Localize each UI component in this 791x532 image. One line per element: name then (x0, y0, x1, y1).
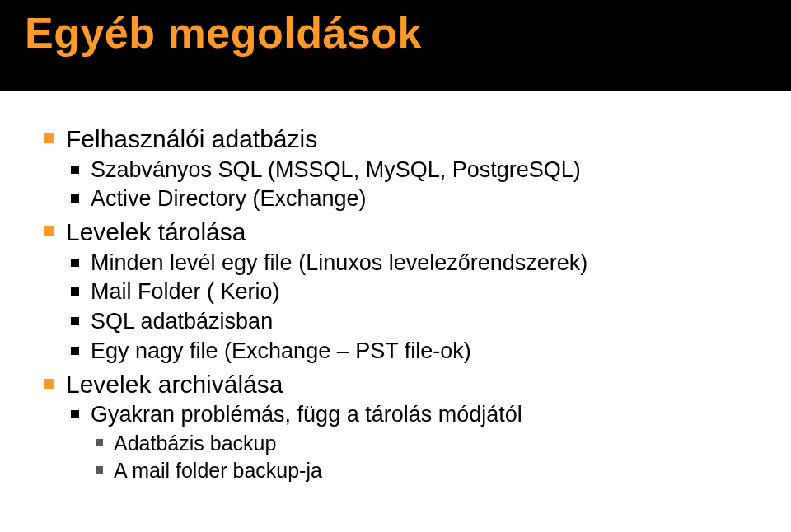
list-item-label: Minden levél egy file (Linuxos levelezőr… (91, 250, 587, 275)
list-item-label: A mail folder backup-ja (114, 459, 322, 482)
bullet-list-level3: Adatbázis backup A mail folder backup-ja (91, 431, 758, 484)
list-item-label: SQL adatbázisban (91, 309, 273, 334)
list-item: SQL adatbázisban (66, 308, 758, 336)
list-item: Active Directory (Exchange) (66, 185, 758, 213)
bullet-list-level2: Gyakran problémás, függ a tárolás módját… (66, 401, 758, 483)
list-item-label: Szabványos SQL (MSSQL, MySQL, PostgreSQL… (91, 157, 581, 182)
list-item-label: Mail Folder ( Kerio) (91, 279, 280, 304)
bullet-list-level2: Minden levél egy file (Linuxos levelezőr… (66, 250, 758, 366)
list-item-label: Felhasználói adatbázis (66, 125, 317, 152)
list-item: Levelek tárolása Minden levél egy file (… (41, 217, 758, 366)
list-item: Adatbázis backup (91, 431, 758, 456)
list-item: Gyakran problémás, függ a tárolás módját… (66, 401, 758, 483)
list-item-label: Adatbázis backup (114, 432, 276, 455)
bullet-list-level1: Felhasználói adatbázis Szabványos SQL (M… (41, 124, 758, 483)
list-item-label: Levelek tárolása (66, 218, 246, 245)
slide-header: Egyéb megoldások (0, 0, 791, 91)
list-item: Felhasználói adatbázis Szabványos SQL (M… (41, 124, 758, 213)
list-item-label: Gyakran problémás, függ a tárolás módját… (91, 402, 522, 427)
list-item: Szabványos SQL (MSSQL, MySQL, PostgreSQL… (66, 156, 758, 184)
list-item: Mail Folder ( Kerio) (66, 278, 758, 306)
slide-title: Egyéb megoldások (25, 8, 766, 58)
list-item: Egy nagy file (Exchange – PST file-ok) (66, 338, 758, 366)
list-item-label: Active Directory (Exchange) (91, 186, 367, 211)
slide-content: Felhasználói adatbázis Szabványos SQL (M… (0, 91, 791, 483)
list-item-label: Levelek archiválása (66, 371, 283, 398)
list-item: Levelek archiválása Gyakran problémás, f… (41, 369, 758, 484)
bullet-list-level2: Szabványos SQL (MSSQL, MySQL, PostgreSQL… (66, 156, 758, 214)
list-item-label: Egy nagy file (Exchange – PST file-ok) (91, 338, 471, 363)
list-item: Minden levél egy file (Linuxos levelezőr… (66, 250, 758, 278)
list-item: A mail folder backup-ja (91, 458, 758, 483)
